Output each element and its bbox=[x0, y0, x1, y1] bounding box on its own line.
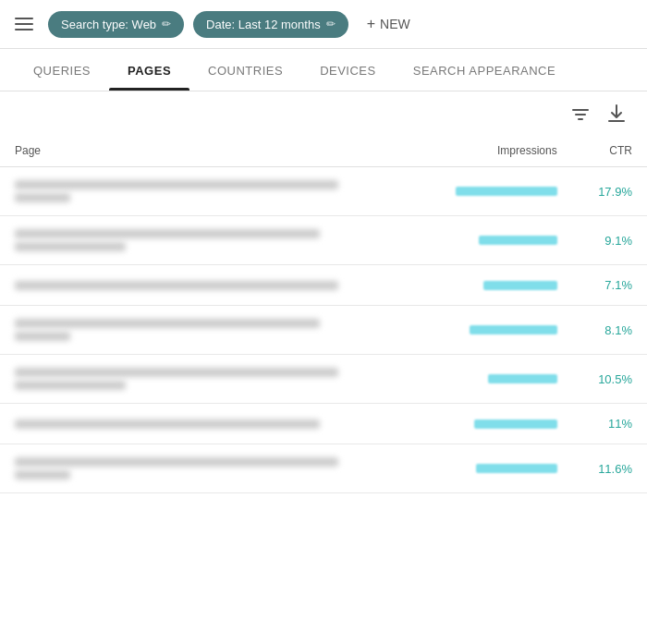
page-cell bbox=[0, 216, 417, 265]
page-cell bbox=[0, 404, 417, 444]
col-impressions: Impressions bbox=[417, 137, 572, 167]
hamburger-icon[interactable] bbox=[15, 18, 33, 30]
col-ctr: CTR bbox=[572, 137, 647, 167]
new-label: NEW bbox=[380, 17, 410, 31]
impressions-cell bbox=[417, 404, 572, 444]
search-type-label: Search type: Web bbox=[61, 18, 156, 31]
tabs-bar: QUERIES PAGES COUNTRIES DEVICES SEARCH A… bbox=[0, 49, 647, 91]
ctr-cell: 11% bbox=[572, 404, 647, 444]
download-icon[interactable] bbox=[604, 101, 629, 131]
tab-countries[interactable]: COUNTRIES bbox=[189, 49, 301, 91]
table-row[interactable]: 11% bbox=[0, 404, 647, 444]
edit-search-type-icon: ✏ bbox=[162, 18, 171, 30]
impressions-cell bbox=[417, 306, 572, 355]
table-toolbar bbox=[0, 91, 647, 137]
ctr-cell: 8.1% bbox=[572, 306, 647, 355]
page-cell bbox=[0, 306, 417, 355]
page-cell bbox=[0, 444, 417, 493]
impressions-cell bbox=[417, 355, 572, 404]
data-table: Page Impressions CTR 17.9%9.1%7.1%8.1%10… bbox=[0, 137, 647, 493]
tab-search-appearance[interactable]: SEARCH APPEARANCE bbox=[395, 49, 574, 91]
tab-queries[interactable]: QUERIES bbox=[15, 49, 109, 91]
filter-icon[interactable] bbox=[568, 102, 593, 130]
table-row[interactable]: 9.1% bbox=[0, 216, 647, 265]
ctr-cell: 7.1% bbox=[572, 265, 647, 306]
search-type-button[interactable]: Search type: Web ✏ bbox=[48, 11, 184, 38]
table-row[interactable]: 10.5% bbox=[0, 355, 647, 404]
tab-devices[interactable]: DEVICES bbox=[301, 49, 395, 91]
table-row[interactable]: 7.1% bbox=[0, 265, 647, 306]
impressions-cell bbox=[417, 444, 572, 493]
edit-date-icon: ✏ bbox=[326, 18, 336, 30]
ctr-cell: 10.5% bbox=[572, 355, 647, 404]
ctr-cell: 9.1% bbox=[572, 216, 647, 265]
date-label: Date: Last 12 months bbox=[206, 18, 321, 31]
table-row[interactable]: 11.6% bbox=[0, 444, 647, 493]
impressions-cell bbox=[417, 167, 572, 216]
top-bar: Search type: Web ✏ Date: Last 12 months … bbox=[0, 0, 647, 49]
ctr-cell: 11.6% bbox=[572, 444, 647, 493]
date-button[interactable]: Date: Last 12 months ✏ bbox=[193, 11, 348, 38]
new-button[interactable]: + NEW bbox=[358, 9, 420, 39]
page-cell bbox=[0, 167, 417, 216]
table-row[interactable]: 8.1% bbox=[0, 306, 647, 355]
page-cell bbox=[0, 355, 417, 404]
page-cell bbox=[0, 265, 417, 306]
ctr-cell: 17.9% bbox=[572, 167, 647, 216]
tab-pages[interactable]: PAGES bbox=[109, 49, 189, 91]
impressions-cell bbox=[417, 265, 572, 306]
col-page: Page bbox=[0, 137, 417, 167]
impressions-cell bbox=[417, 216, 572, 265]
plus-icon: + bbox=[367, 16, 375, 32]
table-row[interactable]: 17.9% bbox=[0, 167, 647, 216]
